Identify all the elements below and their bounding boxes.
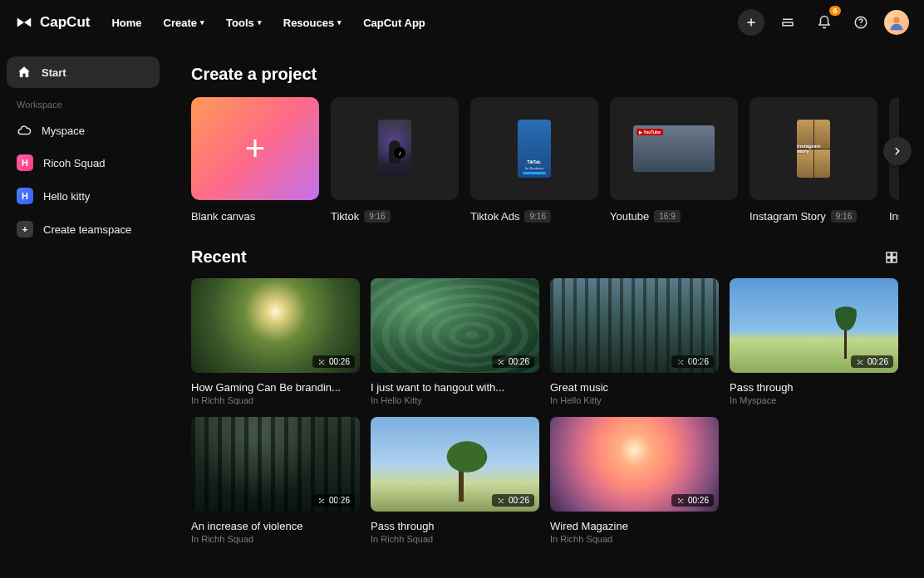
help-icon — [853, 15, 868, 30]
library-button[interactable] — [774, 9, 801, 36]
duration-text: 00:26 — [329, 496, 350, 505]
template-name: Ins — [889, 210, 899, 223]
template-thumb: + — [191, 97, 319, 200]
workspace-label: Workspace — [7, 88, 160, 115]
avatar[interactable] — [884, 10, 909, 35]
recent-thumb: 00:26 — [191, 417, 360, 512]
template-thumb: TikTok. for Business — [470, 97, 598, 200]
scissors-icon — [676, 497, 685, 505]
template-ratio: 16:9 — [654, 210, 680, 223]
new-button[interactable] — [738, 9, 764, 36]
sidebar-item-label: Hello kitty — [43, 190, 90, 203]
scissors-icon — [856, 358, 864, 366]
recent-location: In Myspace — [730, 395, 898, 405]
recent-title: Pass through — [730, 381, 898, 394]
user-avatar-icon — [887, 13, 906, 32]
plus-icon: + — [17, 221, 33, 238]
sidebar-create-teamspace[interactable]: + Create teamspace — [7, 213, 160, 246]
template-name: Instagram Story — [750, 210, 826, 223]
template-name: Tiktok — [331, 210, 359, 223]
duration-text: 00:26 — [509, 357, 529, 366]
plus-icon: + — [245, 129, 266, 169]
recent-card[interactable]: 00:26 An increase of violence In Richh S… — [191, 417, 360, 544]
recent-card[interactable]: 00:26 How Gaming Can Be brandin... In Ri… — [191, 278, 360, 405]
template-tiktok-ads[interactable]: TikTok. for Business Tiktok Ads 9:16 — [470, 97, 598, 223]
brand-name: CapCut — [40, 14, 90, 31]
svg-point-1 — [860, 25, 862, 27]
template-youtube[interactable]: ▶ YouTube Youtube 16:9 — [610, 97, 738, 223]
duration-badge: 00:26 — [671, 494, 714, 507]
recent-heading: Recent — [191, 247, 247, 267]
template-name: Youtube — [610, 210, 649, 223]
scissors-icon — [676, 358, 685, 366]
scissors-icon — [497, 358, 505, 366]
sidebar-item-label: Ricoh Squad — [43, 157, 105, 169]
recent-thumb: 00:26 — [550, 417, 719, 512]
nav-home[interactable]: Home — [111, 17, 141, 29]
recent-grid: 00:26 How Gaming Can Be brandin... In Ri… — [191, 278, 899, 544]
topbar: CapCut Home Create▾ Tools▾ Resouces▾ Cap… — [0, 0, 924, 45]
sidebar-item-label: Create teamspace — [43, 223, 131, 236]
recent-location: In Richh Squad — [550, 534, 719, 544]
recent-title: Great music — [550, 381, 719, 394]
scissors-icon — [317, 497, 326, 505]
workspace-icon: H — [17, 188, 33, 204]
template-ratio: 9:16 — [831, 210, 857, 223]
recent-title: Pass through — [371, 520, 539, 532]
template-tiktok[interactable]: ♪ Tiktok 9:16 — [331, 97, 459, 223]
notifications-button[interactable]: 6 — [811, 9, 838, 36]
duration-text: 00:26 — [688, 496, 709, 505]
sidebar: Start Workspace Myspace H Ricoh Squad H … — [0, 45, 166, 578]
sidebar-start[interactable]: Start — [7, 56, 160, 88]
duration-badge: 00:26 — [312, 355, 355, 368]
template-thumb: Instagram story — [750, 97, 877, 200]
template-thumb: ▶ YouTube — [610, 97, 738, 200]
plus-icon — [745, 17, 757, 28]
scissors-icon — [497, 497, 505, 505]
template-instagram-story[interactable]: Instagram story Instagram Story 9:16 — [750, 97, 877, 223]
recent-title: How Gaming Can Be brandin... — [191, 381, 360, 394]
nav-create[interactable]: Create▾ — [164, 17, 204, 29]
scissors-icon — [317, 358, 326, 366]
home-icon — [17, 65, 32, 80]
duration-text: 00:26 — [329, 357, 350, 366]
recent-card[interactable]: 00:26 Pass through In Myspace — [730, 278, 898, 405]
chevron-down-icon: ▾ — [258, 18, 262, 27]
nav-resources[interactable]: Resouces▾ — [283, 17, 342, 29]
duration-badge: 00:26 — [671, 355, 714, 368]
svg-point-2 — [893, 17, 899, 23]
create-project-heading: Create a project — [191, 65, 899, 84]
recent-card[interactable]: 00:26 Great music In Hello Kitty — [550, 278, 719, 405]
recent-card[interactable]: 00:26 Pass through In Richh Squad — [371, 417, 539, 544]
duration-badge: 00:26 — [492, 494, 534, 507]
grid-icon — [884, 250, 899, 265]
recent-location: In Hello Kitty — [371, 395, 539, 405]
template-name: Tiktok Ads — [470, 210, 519, 223]
template-thumb: ♪ — [331, 97, 459, 200]
sidebar-workspace-ricoh[interactable]: H Ricoh Squad — [7, 146, 160, 179]
recent-thumb: 00:26 — [730, 278, 898, 373]
logo[interactable]: CapCut — [15, 13, 90, 32]
nav-app[interactable]: CapCut App — [363, 17, 425, 29]
sidebar-myspace[interactable]: Myspace — [7, 115, 160, 146]
template-ratio: 9:16 — [364, 210, 390, 223]
sidebar-workspace-hello[interactable]: H Hello kitty — [7, 179, 160, 213]
view-grid-button[interactable] — [884, 250, 899, 265]
sidebar-item-label: Start — [42, 66, 66, 79]
recent-thumb: 00:26 — [371, 278, 539, 373]
recent-card[interactable]: 00:26 Wired Magazine In Richh Squad — [550, 417, 719, 544]
nav-tools[interactable]: Tools▾ — [226, 17, 262, 29]
recent-location: In Richh Squad — [191, 534, 360, 544]
template-list: + Blank canvas ♪ Tiktok 9:16 — [191, 97, 899, 223]
duration-badge: 00:26 — [492, 355, 534, 368]
duration-text: 00:26 — [688, 357, 709, 366]
recent-title: I just want to hangout with... — [371, 381, 539, 394]
nav-links: Home Create▾ Tools▾ Resouces▾ CapCut App — [111, 17, 425, 29]
recent-card[interactable]: 00:26 I just want to hangout with... In … — [371, 278, 539, 405]
duration-badge: 00:26 — [312, 494, 355, 507]
workspace-icon: H — [17, 154, 33, 171]
chevron-down-icon: ▾ — [337, 18, 342, 27]
help-button[interactable] — [848, 9, 874, 36]
template-blank-canvas[interactable]: + Blank canvas — [191, 97, 319, 223]
scroll-right-button[interactable] — [883, 137, 912, 165]
